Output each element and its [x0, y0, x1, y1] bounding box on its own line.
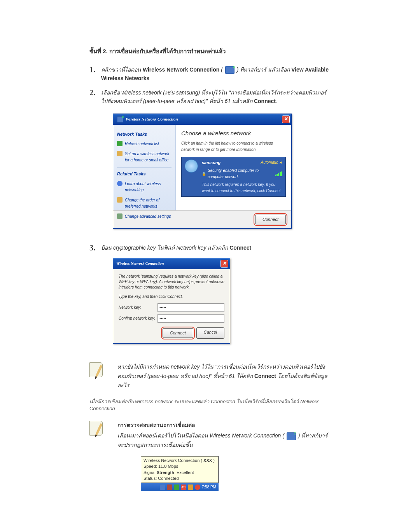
- adhoc-network-icon: [185, 159, 198, 173]
- confirm-key-label: Confirm network key:: [119, 315, 158, 322]
- network-automatic-label: Automatic: [261, 159, 282, 166]
- refresh-icon: [117, 141, 122, 146]
- step-number-1: 1.: [89, 65, 101, 74]
- close-icon[interactable]: ✕: [282, 115, 290, 123]
- setup-wireless-link[interactable]: Set up a wireless network for a home or …: [117, 151, 172, 163]
- info-icon: [117, 181, 122, 186]
- wireless-title-icon: [117, 116, 123, 122]
- learn-wireless-link[interactable]: Learn about wireless networking: [117, 181, 172, 193]
- confirm-key-input[interactable]: •••••: [158, 314, 224, 323]
- change-order-link[interactable]: Change the order of preferred networks: [117, 197, 172, 210]
- gear-icon: [117, 213, 122, 219]
- wireless-connection-icon: [225, 66, 234, 74]
- network-security-label: Security-enabled computer-to-computer ne…: [202, 168, 275, 180]
- step-number-3: 3.: [89, 243, 101, 252]
- tray-icon[interactable]: [195, 485, 200, 490]
- network-key-dialog-screenshot: Wireless Network Connection ✕ The networ…: [113, 258, 230, 344]
- sidebar-section-related-tasks: Related Tasks: [117, 171, 172, 178]
- setup-icon: [117, 151, 122, 156]
- dialog-connect-button[interactable]: Connect: [163, 328, 193, 338]
- signal-strength-icon: [275, 171, 282, 176]
- wireless-connection-icon: [287, 432, 296, 440]
- connected-status-description: เมื่อมีการเชื่อมต่อกับ wireless network …: [89, 397, 331, 411]
- notepad-pencil-icon: [89, 362, 105, 378]
- note-block-2: การตรวจสอบสถานะการเชื่อมต่อ เลื่อนเมาส์พ…: [89, 421, 331, 492]
- wireless-window-screenshot: Wireless Network Connection ✕ Network Ta…: [113, 114, 292, 229]
- refresh-network-list-link[interactable]: Refresh network list: [117, 141, 172, 147]
- taskbar: ATI 7:58 PM: [141, 483, 219, 491]
- dialog-connect-highlight: Connect: [162, 327, 194, 339]
- taskbar-clock: 7:58 PM: [202, 484, 216, 490]
- shield-tray-icon[interactable]: [188, 485, 193, 490]
- star-icon: [117, 197, 122, 203]
- tray-icon[interactable]: [174, 485, 179, 490]
- section-heading: ขั้นที่ 2. การเชื่อมต่อกับเครื่องที่ได้ร…: [89, 47, 331, 56]
- step-1-text: คลิกขวาที่ไอคอน Wireless Network Connect…: [101, 65, 331, 83]
- wireless-tray-icon[interactable]: [160, 485, 165, 490]
- network-item-samsung[interactable]: samsung Automatic Security-enabled compu…: [181, 157, 286, 197]
- connect-button[interactable]: Connect: [255, 215, 286, 225]
- choose-network-subtext: Click an item in the list below to conne…: [181, 140, 286, 153]
- network-description: This network requires a network key. If …: [202, 182, 282, 194]
- ati-tray-icon[interactable]: ATI: [181, 485, 186, 490]
- advanced-settings-link[interactable]: Change advanced settings: [117, 213, 172, 220]
- close-icon[interactable]: ✕: [220, 260, 228, 268]
- step-2-text: เลือกชื่อ wireless network (เช่น samsung…: [101, 88, 331, 238]
- choose-network-heading: Choose a wireless network: [181, 129, 286, 138]
- dialog-cancel-button[interactable]: Cancel: [196, 327, 224, 339]
- dialog-title: Wireless Network Connection: [116, 261, 164, 267]
- step-number-2: 2.: [89, 88, 101, 97]
- dialog-description-1: The network 'samsung' requires a network…: [119, 274, 224, 290]
- check-status-heading: การตรวจสอบสถานะการเชื่อมต่อ: [117, 421, 331, 430]
- sidebar: Network Tasks Refresh network list Set u…: [113, 125, 176, 210]
- tooltip-status-value: Connected: [158, 476, 178, 481]
- connect-highlight: Connect: [254, 214, 287, 226]
- connection-tooltip-screenshot: Wireless Network Connection ( XXX ) Spee…: [141, 456, 219, 492]
- sidebar-section-network-tasks: Network Tasks: [117, 131, 172, 138]
- network-key-label: Network key:: [119, 304, 158, 311]
- tooltip-speed: Speed: 11.0 Mbps: [144, 464, 216, 469]
- notepad-pencil-icon: [89, 421, 105, 436]
- window-title: Wireless Network Connection: [126, 116, 178, 123]
- network-name: samsung: [202, 159, 220, 166]
- tray-icon[interactable]: [167, 485, 172, 490]
- note-block-1: หากยังไม่มีการกำหนด network key ไว้ใน "ก…: [89, 362, 331, 390]
- network-key-input[interactable]: •••••: [158, 303, 224, 312]
- step-3-text: ป้อน cryptographic key ในฟิลด์ Network k…: [101, 243, 331, 353]
- dialog-description-2: Type the key, and then click Connect.: [119, 294, 224, 299]
